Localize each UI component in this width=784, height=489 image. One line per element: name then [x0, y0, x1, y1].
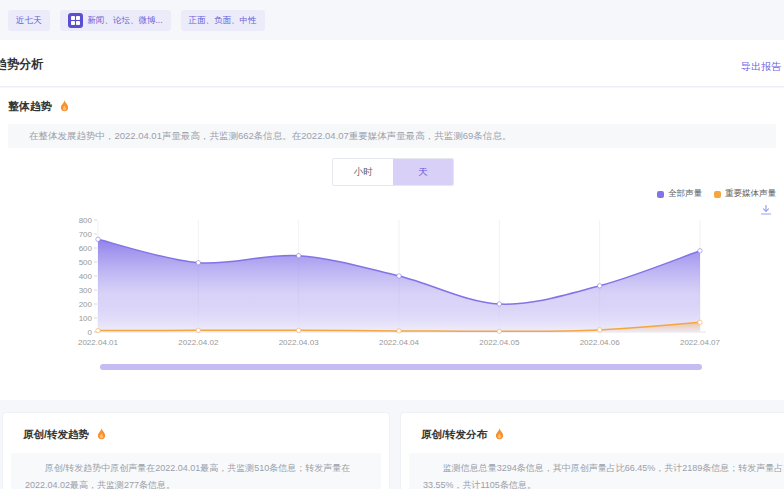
x-axis-label: 2022.04.02: [178, 338, 219, 347]
y-axis-label: 0: [88, 328, 93, 337]
filter-time-range-label: 近七天: [16, 15, 42, 27]
data-point[interactable]: [296, 328, 300, 332]
section-header: 趋势分析 导出报告: [0, 40, 784, 87]
x-axis-label: 2022.04.07: [680, 338, 721, 347]
legend-label: 全部声量: [668, 188, 702, 200]
trend-chart-container: 01002003004005006007008002022.04.012022.…: [0, 212, 784, 352]
data-point[interactable]: [497, 302, 501, 306]
sources-icon: [68, 13, 83, 28]
card-title-row: 原创/转发趋势: [23, 427, 389, 442]
legend-swatch: [657, 191, 664, 198]
x-axis-label: 2022.04.06: [580, 338, 621, 347]
data-point[interactable]: [296, 254, 300, 258]
data-point[interactable]: [497, 329, 501, 333]
filter-sources-label: 新闻、论坛、微博...: [88, 15, 163, 27]
data-point[interactable]: [397, 329, 401, 333]
dashboard-page: 近七天 新闻、论坛、微博... 正面、负面、中性 趋势分析 导出报告 整体趋势 …: [0, 0, 784, 489]
data-point[interactable]: [196, 328, 200, 332]
original-repost-trend-card: 原创/转发趋势 原创/转发趋势中原创声量在2022.04.01最高，共监测510…: [2, 412, 390, 489]
y-axis-label: 500: [79, 258, 93, 267]
x-axis-label: 2022.04.03: [279, 338, 320, 347]
y-axis-label: 700: [79, 230, 93, 239]
data-point[interactable]: [196, 261, 200, 265]
card-title: 原创/转发分布: [421, 428, 487, 442]
original-repost-distribution-card: 原创/转发分布 监测信息总量3294条信息，其中原创声量占比66.45%，共计2…: [400, 412, 784, 489]
x-axis-label: 2022.04.05: [479, 338, 520, 347]
legend-label: 重要媒体声量: [725, 188, 776, 200]
card-title: 原创/转发趋势: [23, 428, 89, 442]
trend-summary: 在整体发展趋势中，2022.04.01声量最高，共监测662条信息。在2022.…: [8, 124, 776, 148]
x-axis-label: 2022.04.04: [379, 338, 420, 347]
legend-swatch: [714, 191, 721, 198]
data-point[interactable]: [96, 237, 100, 241]
card-summary: 监测信息总量3294条信息，其中原创声量占比66.45%，共计2189条信息；转…: [409, 453, 784, 489]
y-axis-label: 600: [79, 244, 93, 253]
data-point[interactable]: [698, 249, 702, 253]
data-point[interactable]: [597, 328, 601, 332]
filter-time-range[interactable]: 近七天: [8, 10, 50, 31]
chart-scrollbar[interactable]: [100, 364, 702, 370]
data-point[interactable]: [698, 320, 702, 324]
granularity-toggle: 小时 天: [332, 158, 454, 186]
filter-sentiment[interactable]: 正面、负面、中性: [181, 10, 265, 31]
card-summary: 原创/转发趋势中原创声量在2022.04.01最高，共监测510条信息；转发声量…: [11, 453, 381, 489]
filter-sentiment-label: 正面、负面、中性: [189, 15, 257, 27]
card-title-row: 原创/转发分布: [421, 427, 784, 442]
filter-bar: 近七天 新闻、论坛、微博... 正面、负面、中性: [8, 10, 265, 31]
legend-item[interactable]: 重要媒体声量: [714, 188, 776, 200]
data-point[interactable]: [96, 328, 100, 332]
hot-flame-icon: [58, 99, 71, 114]
granularity-day-button[interactable]: 天: [393, 159, 453, 185]
overall-trend-card: 整体趋势 在整体发展趋势中，2022.04.01声量最高，共监测662条信息。在…: [0, 88, 784, 400]
y-axis-label: 800: [79, 216, 93, 225]
data-point[interactable]: [397, 274, 401, 278]
page-title: 趋势分析: [0, 56, 43, 73]
y-axis-label: 100: [79, 314, 93, 323]
chart-legend: 全部声量重要媒体声量: [657, 188, 776, 200]
data-point[interactable]: [597, 284, 601, 288]
hot-flame-icon: [493, 427, 506, 442]
export-report-link[interactable]: 导出报告: [741, 60, 781, 74]
hot-flame-icon: [95, 427, 108, 442]
y-axis-label: 200: [79, 300, 93, 309]
y-axis-label: 300: [79, 286, 93, 295]
overall-trend-title: 整体趋势: [8, 99, 52, 114]
trend-chart: 01002003004005006007008002022.04.012022.…: [0, 212, 784, 352]
overall-trend-title-row: 整体趋势: [8, 99, 71, 114]
legend-item[interactable]: 全部声量: [657, 188, 702, 200]
y-axis-label: 400: [79, 272, 93, 281]
granularity-hour-button[interactable]: 小时: [333, 159, 393, 185]
x-axis-label: 2022.04.01: [78, 338, 119, 347]
filter-sources[interactable]: 新闻、论坛、微博...: [60, 10, 171, 31]
